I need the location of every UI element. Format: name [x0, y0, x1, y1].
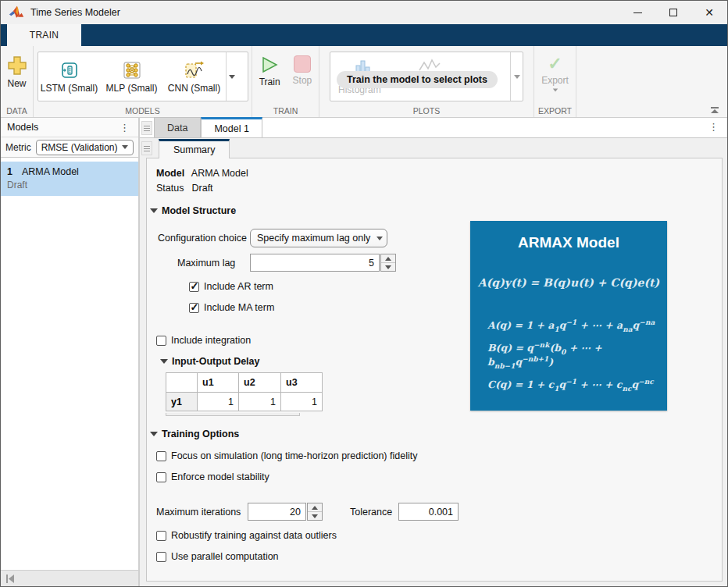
- model-field-value: ARMA Model: [191, 168, 248, 179]
- minimize-button[interactable]: [619, 1, 655, 24]
- chevron-down-icon: [552, 89, 557, 92]
- maximum-iterations-input[interactable]: [248, 503, 306, 521]
- models-panel-title: Models: [7, 122, 117, 133]
- io-cell-y1-u1[interactable]: 1: [198, 393, 239, 411]
- include-integration-checkbox-row: Include integration: [156, 335, 251, 346]
- tolerance-field: [398, 503, 459, 521]
- main-area: Data Model 1 ⋮ Summary Model ARMA Model …: [140, 118, 727, 587]
- status-field: Status Draft: [156, 183, 213, 194]
- include-ma-label: Include MA term: [204, 302, 274, 313]
- tab-strip-grip-icon[interactable]: [141, 141, 152, 155]
- spin-down-icon[interactable]: [381, 263, 395, 271]
- section-label-export: EXPORT: [534, 106, 576, 116]
- configuration-choice-dropdown[interactable]: Specify maximum lag only: [250, 229, 387, 247]
- lstm-icon: [59, 60, 80, 80]
- close-button[interactable]: ✕: [691, 1, 727, 24]
- include-ar-checkbox[interactable]: [189, 282, 199, 292]
- tab-train[interactable]: TRAIN: [7, 24, 81, 46]
- section-export: ✓ Export EXPORT: [534, 46, 576, 117]
- models-panel-menu-icon[interactable]: ⋮: [117, 123, 132, 133]
- io-corner-cell: [166, 373, 198, 393]
- spin-down-icon[interactable]: [308, 512, 322, 520]
- models-gallery-dropdown[interactable]: [226, 52, 238, 101]
- tab-summary[interactable]: Summary: [159, 139, 230, 158]
- model-list: 1ARMA Model Draft: [1, 158, 138, 196]
- metric-row: Metric RMSE (Validation): [1, 137, 138, 158]
- focus-simulation-checkbox[interactable]: [156, 451, 166, 461]
- io-cell-y1-u3[interactable]: 1: [281, 393, 323, 411]
- include-ma-checkbox[interactable]: [189, 303, 199, 313]
- enforce-stability-checkbox[interactable]: [156, 472, 166, 482]
- armax-model-panel: ARMAX Model A(q)y(t) = B(q)u(t) + C(q)e(…: [470, 221, 667, 411]
- chevron-down-icon: [122, 145, 128, 149]
- maximum-iterations-field: [248, 503, 306, 521]
- metric-dropdown[interactable]: RMSE (Validation): [36, 140, 134, 155]
- input-output-delay-header[interactable]: Input-Output Delay: [160, 356, 260, 367]
- include-integration-checkbox[interactable]: [156, 336, 166, 346]
- maximum-lag-spinner[interactable]: [380, 254, 396, 272]
- minimize-icon: [633, 12, 642, 13]
- include-ar-label: Include AR term: [204, 281, 273, 292]
- include-integration-label: Include integration: [171, 335, 251, 346]
- focus-simulation-checkbox-row: Focus on simulation (long time-horizon p…: [156, 450, 417, 461]
- models-panel-header: Models ⋮: [1, 118, 138, 137]
- maximum-lag-label: Maximum lag: [177, 258, 235, 269]
- section-label-data: DATA: [1, 106, 33, 116]
- section-train: Train Stop TRAIN: [252, 46, 319, 117]
- tab-model-1[interactable]: Model 1: [201, 117, 262, 137]
- models-panel: Models ⋮ Metric RMSE (Validation) 1ARMA …: [1, 118, 140, 587]
- model-structure-header[interactable]: Model Structure: [150, 205, 236, 216]
- stop-button[interactable]: Stop: [288, 52, 317, 89]
- metric-label: Metric: [5, 142, 31, 153]
- chevron-down-icon: [376, 237, 383, 240]
- section-label-models: MODELS: [34, 106, 252, 116]
- spin-up-icon[interactable]: [381, 254, 395, 263]
- plots-gallery: Train the model to select plots Histogra…: [330, 52, 523, 101]
- app-body: Models ⋮ Metric RMSE (Validation) 1ARMA …: [1, 118, 727, 587]
- matlab-logo-icon: [9, 5, 24, 20]
- spin-up-icon[interactable]: [308, 503, 322, 512]
- collapse-left-icon[interactable]: [5, 575, 15, 583]
- model-list-item[interactable]: 1ARMA Model Draft: [1, 162, 138, 196]
- checkmark-icon: ✓: [548, 55, 562, 73]
- parallel-checkbox[interactable]: [156, 552, 166, 562]
- model-index: 1: [7, 166, 12, 177]
- section-spacer: [576, 46, 727, 117]
- maximum-lag-input[interactable]: [250, 254, 380, 272]
- export-button[interactable]: ✓ Export: [537, 52, 573, 95]
- section-label-train: TRAIN: [252, 106, 319, 116]
- enforce-stability-checkbox-row: Enforce model stability: [156, 471, 269, 482]
- io-delay-table: u1 u2 u3 y1 1 1 1: [166, 372, 323, 411]
- armax-equation-c: C(q) = 1 + c1q−1 + ⋯ + cncq−nc: [487, 378, 667, 393]
- tab-strip-grip-icon[interactable]: [141, 121, 152, 135]
- configuration-choice-label: Configuration choice: [158, 233, 247, 244]
- maximize-icon: [669, 9, 677, 16]
- armax-main-equation: A(q)y(t) = B(q)u(t) + C(q)e(t): [470, 276, 667, 289]
- collapse-ribbon-button[interactable]: [710, 107, 719, 114]
- tab-data[interactable]: Data: [154, 117, 201, 137]
- model-template-mlp[interactable]: MLP (Small): [101, 52, 163, 101]
- train-button[interactable]: Train: [255, 52, 285, 91]
- tolerance-input[interactable]: [398, 503, 459, 521]
- plots-gallery-dropdown[interactable]: [510, 52, 523, 101]
- armax-equation-list: A(q) = 1 + a1q−1 + ⋯ + anaq−na B(q) = q−…: [487, 318, 667, 393]
- io-table-scrollbar[interactable]: [166, 413, 300, 416]
- document-menu-icon[interactable]: ⋮: [706, 122, 721, 132]
- include-ar-checkbox-row: Include AR term: [189, 281, 273, 292]
- status-field-value: Draft: [191, 183, 212, 194]
- window-title: Time Series Modeler: [30, 7, 120, 18]
- section-plots: Train the model to select plots Histogra…: [319, 46, 534, 117]
- maximize-button[interactable]: [655, 1, 691, 24]
- model-template-lstm[interactable]: LSTM (Small): [38, 52, 101, 101]
- chevron-down-icon: [514, 75, 520, 79]
- parallel-checkbox-row: Use parallel computation: [156, 551, 279, 562]
- io-cell-y1-u2[interactable]: 1: [239, 393, 281, 411]
- metric-value: RMSE (Validation): [41, 142, 119, 153]
- model-template-cnn[interactable]: CNN (Small): [163, 52, 226, 101]
- training-options-header[interactable]: Training Options: [150, 429, 239, 439]
- robustify-checkbox[interactable]: [156, 531, 166, 541]
- new-button[interactable]: New: [2, 52, 32, 92]
- collapse-triangle-icon: [150, 432, 158, 436]
- plus-icon: [7, 55, 27, 76]
- maximum-iterations-spinner[interactable]: [307, 503, 323, 521]
